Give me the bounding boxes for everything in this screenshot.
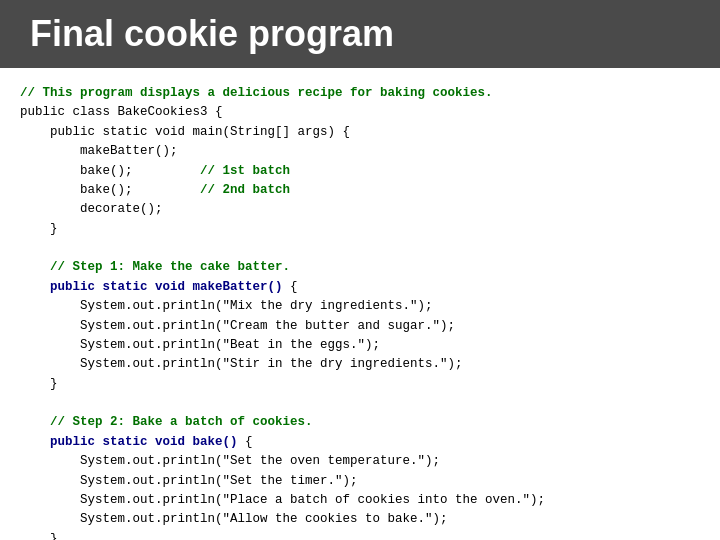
code-line-10: public static void makeBatter() { — [20, 280, 298, 294]
code-line-12: System.out.println("Cream the butter and… — [20, 319, 455, 333]
code-line-19: System.out.println("Set the timer."); — [20, 474, 358, 488]
code-line-15: } — [20, 377, 58, 391]
slide-title: Final cookie program — [30, 13, 394, 55]
code-line-20: System.out.println("Place a batch of coo… — [20, 493, 545, 507]
code-line-6: bake(); // 2nd batch — [20, 183, 290, 197]
code-line-11: System.out.println("Mix the dry ingredie… — [20, 299, 433, 313]
code-line-7: decorate(); — [20, 202, 163, 216]
code-line-4: makeBatter(); — [20, 144, 178, 158]
code-line-5: bake(); // 1st batch — [20, 164, 290, 178]
code-line-22: } — [20, 532, 58, 540]
code-line-14: System.out.println("Stir in the dry ingr… — [20, 357, 463, 371]
code-line-2: public class BakeCookies3 { — [20, 105, 223, 119]
code-line-comment-3: // Step 2: Bake a batch of cookies. — [20, 415, 313, 429]
slide-content: // This program displays a delicious rec… — [0, 68, 720, 540]
slide-header: Final cookie program — [0, 0, 720, 68]
code-line-comment-2: // Step 1: Make the cake batter. — [20, 260, 290, 274]
code-line-18: System.out.println("Set the oven tempera… — [20, 454, 440, 468]
code-line-comment-1: // This program displays a delicious rec… — [20, 86, 493, 100]
code-line-17: public static void bake() { — [20, 435, 253, 449]
code-line-21: System.out.println("Allow the cookies to… — [20, 512, 448, 526]
code-block: // This program displays a delicious rec… — [20, 84, 700, 540]
code-line-13: System.out.println("Beat in the eggs."); — [20, 338, 380, 352]
code-line-3: public static void main(String[] args) { — [20, 125, 350, 139]
slide-container: Final cookie program // This program dis… — [0, 0, 720, 540]
code-line-8: } — [20, 222, 58, 236]
